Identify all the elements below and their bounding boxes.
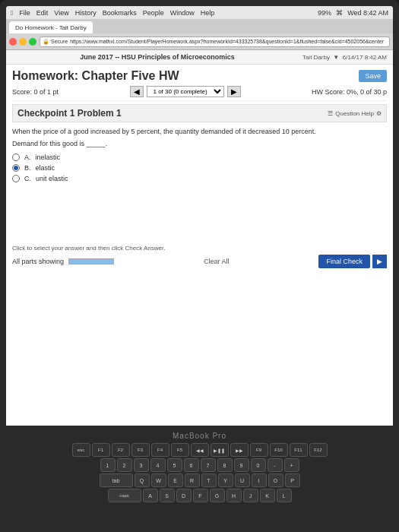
key-s[interactable]: S <box>160 489 175 502</box>
close-btn[interactable] <box>9 38 17 46</box>
key-f7[interactable]: ▶❚❚ <box>211 443 229 457</box>
key-d[interactable]: D <box>176 489 192 502</box>
progress-dropdown[interactable]: 1 of 30 (0 complete) <box>147 86 224 97</box>
option-c[interactable]: C. unit elastic <box>12 175 387 182</box>
menu-view[interactable]: View <box>54 9 68 17</box>
key-1[interactable]: 1 <box>100 458 116 472</box>
key-9[interactable]: 9 <box>234 458 249 472</box>
key-esc[interactable]: esc <box>72 443 90 457</box>
radio-a[interactable] <box>12 154 20 161</box>
option-b-text: elastic <box>36 164 55 172</box>
keyboard: esc F1 F2 F3 F4 F5 ◀◀ ▶❚❚ ▶▶ F9 F10 F11 … <box>0 440 399 507</box>
key-j[interactable]: J <box>243 489 258 502</box>
lock-icon: 🔒 <box>43 39 49 45</box>
menu-history[interactable]: History <box>75 9 97 17</box>
prev-button[interactable]: ◀ <box>130 86 144 97</box>
key-f2[interactable]: F2 <box>112 443 130 457</box>
key-u[interactable]: U <box>235 473 250 487</box>
problem-text: When the price of a good increased by 5 … <box>12 127 387 137</box>
nav-controls: ◀ 1 of 30 (0 complete) ▶ <box>130 86 241 97</box>
browser-controls <box>9 38 36 46</box>
key-o[interactable]: O <box>268 473 283 487</box>
checkpoint-header: Checkpoint 1 Problem 1 ☰ Question Help ⚙ <box>12 104 387 122</box>
key-2[interactable]: 2 <box>117 458 132 472</box>
radio-b[interactable] <box>12 164 20 172</box>
key-y[interactable]: Y <box>218 473 233 487</box>
key-4[interactable]: 4 <box>150 458 166 472</box>
key-f9[interactable]: F9 <box>250 443 268 457</box>
laptop-body: MacBook Pro esc F1 F2 F3 F4 F5 ◀◀ ▶❚❚ ▶▶… <box>0 426 399 532</box>
key-r[interactable]: R <box>185 473 200 487</box>
key-f4[interactable]: F4 <box>151 443 169 457</box>
browser-tab[interactable]: Do Homework - Tait Darby <box>9 21 93 33</box>
menu-people[interactable]: People <box>143 9 164 17</box>
menu-window[interactable]: Window <box>170 9 195 17</box>
key-tab[interactable]: tab <box>100 473 133 487</box>
demand-label: Demand for this good is _____. <box>12 140 387 147</box>
menu-help[interactable]: Help <box>201 9 215 17</box>
key-a[interactable]: A <box>143 489 158 502</box>
score-text: Score: 0 of 1 pt <box>12 88 59 96</box>
key-t[interactable]: T <box>201 473 217 487</box>
menu-bookmarks[interactable]: Bookmarks <box>103 9 137 17</box>
radio-c[interactable] <box>12 175 20 182</box>
parts-showing: All parts showing <box>12 258 114 265</box>
next-button[interactable]: ▶ <box>227 86 241 97</box>
page-header: June 2017 -- HSU Principles of Microecon… <box>6 50 393 65</box>
key-f11[interactable]: F11 <box>290 443 308 457</box>
homework-content: Homework: Chapter Five HW Save Score: 0 … <box>6 65 393 242</box>
submission-date: 6/14/17 8:42 AM <box>343 54 387 61</box>
bottom-section: Click to select your answer and then cli… <box>6 242 393 271</box>
student-info: Tait Darby ▼ 6/14/17 8:42 AM <box>302 54 387 61</box>
maximize-btn[interactable] <box>29 38 36 46</box>
key-3[interactable]: 3 <box>134 458 149 472</box>
final-check-button[interactable]: Final Check <box>318 255 370 268</box>
key-0[interactable]: 0 <box>251 458 266 472</box>
key-q[interactable]: Q <box>135 473 150 487</box>
question-help[interactable]: ☰ Question Help ⚙ <box>328 110 382 117</box>
key-f10[interactable]: F10 <box>270 443 288 457</box>
key-l[interactable]: L <box>277 489 292 502</box>
key-i[interactable]: I <box>252 473 267 487</box>
hw-score: HW Score: 0%, 0 of 30 p <box>312 88 387 96</box>
key-f3[interactable]: F3 <box>131 443 150 457</box>
key-8[interactable]: 8 <box>217 458 233 472</box>
key-f12[interactable]: F12 <box>309 443 328 457</box>
save-button[interactable]: Save <box>359 70 387 82</box>
key-e[interactable]: E <box>168 473 183 487</box>
key-w[interactable]: W <box>151 473 166 487</box>
key-f[interactable]: F <box>193 489 208 502</box>
option-b-letter: B. <box>24 164 31 172</box>
option-a[interactable]: A. inelastic <box>12 154 387 161</box>
option-a-text: inelastic <box>36 154 61 161</box>
next-arrow-button[interactable]: ▶ <box>372 255 387 268</box>
key-f1[interactable]: F1 <box>92 443 110 457</box>
key-f6[interactable]: ◀◀ <box>191 443 209 457</box>
menu-file[interactable]: File <box>19 9 30 17</box>
key-7[interactable]: 7 <box>201 458 216 472</box>
option-c-letter: C. <box>24 175 31 182</box>
key-6[interactable]: 6 <box>184 458 199 472</box>
key-g[interactable]: G <box>210 489 225 502</box>
key-p[interactable]: P <box>285 473 300 487</box>
key-minus[interactable]: - <box>268 458 283 472</box>
key-h[interactable]: H <box>226 489 242 502</box>
key-plus[interactable]: + <box>284 458 299 472</box>
apple-icon[interactable]:  <box>11 9 13 17</box>
minimize-btn[interactable] <box>19 38 27 46</box>
url-bar[interactable]: 🔒 Secure https://www.mathxl.com/Student/… <box>40 36 390 47</box>
menu-items: File Edit View History Bookmarks People … <box>19 9 214 17</box>
key-k[interactable]: K <box>260 489 275 502</box>
key-caps[interactable]: caps <box>108 489 141 502</box>
clear-all-button[interactable]: Clear All <box>114 258 318 265</box>
key-f8[interactable]: ▶▶ <box>230 443 249 457</box>
keyboard-row-symbols: 1 2 3 4 5 6 7 8 9 0 - + <box>8 458 391 472</box>
option-b[interactable]: B. elastic <box>12 164 387 172</box>
menu-edit[interactable]: Edit <box>36 9 49 17</box>
macos-left:  File Edit View History Bookmarks Peopl… <box>11 9 214 17</box>
key-f5[interactable]: F5 <box>171 443 189 457</box>
key-5[interactable]: 5 <box>167 458 182 472</box>
battery-status: 99% <box>318 9 331 17</box>
parts-progress-bar <box>68 258 114 264</box>
gear-icon[interactable]: ⚙ <box>376 110 382 117</box>
